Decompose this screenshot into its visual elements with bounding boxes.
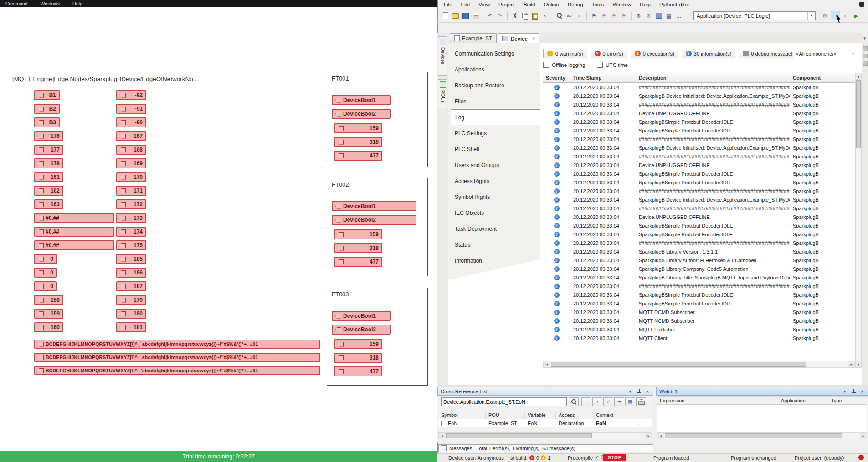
generate-code-icon[interactable]: ⚙: [644, 11, 653, 20]
menu-item-pythoneditor[interactable]: PythonEditor: [659, 2, 689, 7]
watch-header[interactable]: Watch 1 ▾ ×: [656, 387, 868, 396]
cross-ref-horizontal-scrollbar[interactable]: ◂ ▸: [438, 432, 652, 439]
log-row[interactable]: 20.12.2020 00:33:04#####################…: [543, 239, 855, 247]
log-row[interactable]: 20.12.2020 00:33:04SparkplugBSimple Prot…: [543, 126, 855, 135]
scroll-up-icon[interactable]: ▴: [856, 73, 861, 80]
device-nav-plc-settings[interactable]: PLC Settings: [448, 125, 540, 141]
online-config-icon[interactable]: ⚙: [821, 11, 829, 20]
log-row[interactable]: 20.12.2020 00:33:04Device.UNPLUGGED.OFFL…: [543, 213, 855, 221]
library-manager-icon[interactable]: [654, 11, 663, 20]
scrollbar-thumb[interactable]: [551, 362, 806, 367]
messages-bar[interactable]: Messages - Total 1 error(s), 1 warning(s…: [438, 444, 653, 452]
bookmark-next-icon[interactable]: ⚑: [600, 11, 608, 20]
log-row[interactable]: 20.12.2020 00:33:04SparkplugBSimple Prot…: [543, 221, 855, 230]
scroll-left-icon[interactable]: ◂: [439, 433, 446, 439]
cross-reference-header[interactable]: Cross Reference List ▾ ×: [437, 387, 653, 396]
checkbox-offline-logging[interactable]: Offline logging: [543, 62, 585, 68]
open-project-icon[interactable]: [451, 11, 460, 20]
scroll-right-icon[interactable]: ▸: [645, 433, 652, 439]
cross-ref-search-input[interactable]: [441, 397, 567, 406]
cross-ref-row[interactable]: - EoN Example_ST EoN Declaration EoN ...: [438, 419, 652, 427]
menu-item-window[interactable]: Window: [612, 2, 631, 7]
close-icon[interactable]: ×: [645, 389, 650, 394]
go-icon[interactable]: →: [581, 397, 591, 406]
log-row[interactable]: 20.12.2020 00:33:04#####################…: [543, 187, 855, 195]
menu-item-build[interactable]: Build: [524, 2, 535, 7]
log-row[interactable]: 20.12.2020 00:33:04Device.UNPLUGGED.OFFL…: [543, 161, 855, 169]
menu-item-project[interactable]: Project: [498, 2, 515, 7]
device-nav-iec-objects[interactable]: IEC Objects: [448, 205, 540, 221]
log-row[interactable]: 20.12.2020 00:33:04SparkplugBSimple Prot…: [543, 178, 855, 187]
scroll-left-icon[interactable]: ◂: [544, 361, 550, 367]
checkbox-box[interactable]: [597, 62, 603, 68]
menu-item-edit[interactable]: Edit: [461, 2, 470, 7]
menu-item-tools[interactable]: Tools: [592, 2, 604, 7]
print-icon[interactable]: [471, 11, 480, 20]
checkbox-utc-time[interactable]: UTC time: [597, 62, 628, 68]
log-row[interactable]: 20.12.2020 00:33:04#####################…: [543, 152, 855, 161]
menu-item-help[interactable]: Help: [72, 1, 82, 6]
device-nav-status[interactable]: Status: [448, 237, 540, 253]
log-row[interactable]: 20.12.2020 00:33:04MQTT DCMD SubscriberS…: [543, 308, 855, 316]
log-row[interactable]: 20.12.2020 00:33:04SparkplugB Device Ini…: [543, 143, 855, 152]
filter-dropdown-icon[interactable]: ▾: [592, 397, 602, 406]
scroll-right-icon[interactable]: ▸: [860, 433, 867, 439]
watch-horizontal-scrollbar[interactable]: ◂ ▸: [657, 432, 867, 439]
checkbox-box[interactable]: [543, 62, 549, 68]
xref-column-variable[interactable]: Variable: [525, 411, 556, 419]
match-icon[interactable]: ✓: [603, 397, 613, 406]
log-row[interactable]: 20.12.2020 00:33:04SparkplugB Device Ini…: [543, 91, 855, 100]
delete-icon[interactable]: ×: [540, 11, 549, 20]
device-nav-access-rights[interactable]: Access Rights: [448, 173, 540, 189]
logout-icon[interactable]: ⇤: [842, 11, 850, 20]
expander-icon[interactable]: -: [441, 421, 446, 426]
compile-icon[interactable]: ⚙: [634, 11, 643, 20]
log-row[interactable]: 20.12.2020 00:33:04SparkplugB Library Co…: [543, 264, 855, 273]
tab-device[interactable]: Device×: [498, 33, 539, 43]
scroll-down-icon[interactable]: ▾: [856, 361, 861, 367]
docked-panel-icon[interactable]: [863, 54, 868, 58]
menu-item-online[interactable]: Online: [544, 2, 559, 7]
active-application-combo[interactable]: Application [Device: PLC Logic]▾: [693, 11, 816, 20]
log-row[interactable]: 20.12.2020 00:33:04#####################…: [543, 204, 855, 213]
log-row[interactable]: 20.12.2020 00:33:04Device.UNPLUGGED.OFFL…: [543, 109, 855, 117]
log-row[interactable]: 20.12.2020 00:33:04#####################…: [543, 83, 855, 91]
bookmark-prev-icon[interactable]: ⚑: [610, 11, 618, 20]
watch-column-expression[interactable]: Expression: [657, 397, 778, 404]
device-nav-backup-and-restore[interactable]: Backup and Restore: [448, 77, 540, 93]
menu-item-debug[interactable]: Debug: [568, 2, 583, 7]
log-column-component[interactable]: Component: [790, 73, 855, 82]
menu-item-help[interactable]: Help: [640, 2, 651, 7]
scroll-left-icon[interactable]: ◂: [657, 433, 664, 439]
components-filter-combo[interactable]: <All components> ▾: [793, 49, 857, 58]
device-nav-files[interactable]: Files: [448, 93, 540, 109]
docked-panel-icon[interactable]: [863, 61, 868, 66]
redo-icon[interactable]: ↷: [496, 11, 504, 20]
device-nav-plc-shell[interactable]: PLC Shell: [448, 141, 540, 157]
log-horizontal-scrollbar[interactable]: ◂ ▸: [543, 361, 855, 368]
log-filter-exception[interactable]: E0 exception(s): [631, 49, 678, 58]
tab-example_st[interactable]: Example_ST: [450, 33, 497, 43]
menu-item-windows[interactable]: Windows: [40, 1, 60, 6]
panel-menu-icon[interactable]: ▾: [842, 389, 847, 394]
watch-table-body[interactable]: [657, 405, 867, 432]
device-nav-applications[interactable]: Applications: [448, 61, 540, 77]
device-nav-information[interactable]: Information: [448, 253, 540, 269]
log-row[interactable]: 20.12.2020 00:33:04SparkplugB Library Ti…: [543, 273, 855, 282]
input-assistant-icon[interactable]: …: [674, 11, 683, 20]
copy-icon[interactable]: [520, 11, 529, 20]
cut-icon[interactable]: [510, 11, 519, 20]
log-row[interactable]: 20.12.2020 00:33:04MQTT ClientSparkplugB: [543, 334, 855, 342]
side-tab-pous[interactable]: POUs: [438, 79, 447, 108]
device-nav-users-and-groups[interactable]: Users and Groups: [448, 157, 540, 173]
log-column-time-stamp[interactable]: Time Stamp: [570, 73, 636, 82]
log-vertical-scrollbar[interactable]: ▴ ▾: [855, 73, 862, 368]
log-row[interactable]: 20.12.2020 00:33:04SparkplugBSimple Prot…: [543, 299, 855, 308]
pin-icon[interactable]: [636, 389, 642, 394]
bookmark-clear-icon[interactable]: ⚑: [620, 11, 628, 20]
log-filter-warning[interactable]: !0 warning(s): [543, 49, 587, 58]
menu-item-file[interactable]: File: [444, 2, 452, 7]
window-icon[interactable]: [859, 2, 864, 7]
log-filter-debug[interactable]: 0 debug message(s): [739, 49, 801, 58]
log-row[interactable]: 20.12.2020 00:33:04MQTT PublisherSparkpl…: [543, 325, 855, 334]
